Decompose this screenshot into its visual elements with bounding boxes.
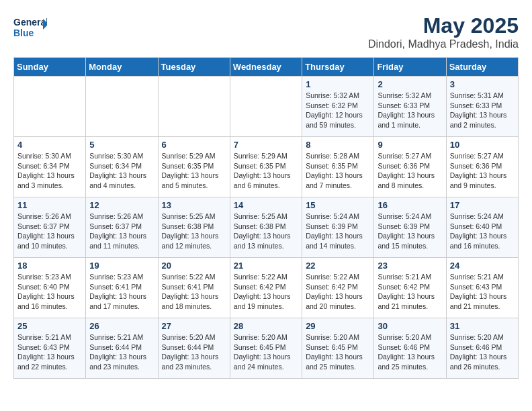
day-number: 13 bbox=[162, 200, 226, 210]
weekday-header-wednesday: Wednesday bbox=[230, 58, 302, 77]
calendar-cell: 17Sunrise: 5:24 AM Sunset: 6:40 PM Dayli… bbox=[446, 197, 518, 258]
day-number: 25 bbox=[17, 321, 82, 331]
calendar-cell bbox=[86, 77, 158, 137]
day-info: Sunrise: 5:26 AM Sunset: 6:37 PM Dayligh… bbox=[89, 212, 154, 251]
day-info: Sunrise: 5:30 AM Sunset: 6:34 PM Dayligh… bbox=[17, 151, 82, 191]
week-row-2: 4Sunrise: 5:30 AM Sunset: 6:34 PM Daylig… bbox=[14, 137, 519, 197]
title-block: May 2025 Dindori, Madhya Pradesh, India bbox=[368, 13, 519, 50]
calendar-cell bbox=[230, 77, 302, 137]
calendar-cell: 29Sunrise: 5:20 AM Sunset: 6:45 PM Dayli… bbox=[302, 318, 374, 379]
day-number: 2 bbox=[378, 79, 442, 89]
calendar-cell: 3Sunrise: 5:31 AM Sunset: 6:33 PM Daylig… bbox=[446, 77, 518, 137]
svg-text:Blue: Blue bbox=[13, 28, 34, 38]
calendar-cell: 24Sunrise: 5:21 AM Sunset: 6:43 PM Dayli… bbox=[446, 258, 518, 318]
day-info: Sunrise: 5:29 AM Sunset: 6:35 PM Dayligh… bbox=[234, 151, 298, 191]
weekday-header-saturday: Saturday bbox=[446, 58, 518, 77]
day-info: Sunrise: 5:20 AM Sunset: 6:46 PM Dayligh… bbox=[378, 332, 442, 372]
day-number: 7 bbox=[234, 140, 298, 150]
day-info: Sunrise: 5:29 AM Sunset: 6:35 PM Dayligh… bbox=[162, 151, 226, 191]
day-info: Sunrise: 5:27 AM Sunset: 6:36 PM Dayligh… bbox=[378, 151, 442, 191]
day-number: 27 bbox=[162, 321, 226, 331]
calendar-cell: 21Sunrise: 5:22 AM Sunset: 6:42 PM Dayli… bbox=[230, 258, 302, 318]
day-info: Sunrise: 5:24 AM Sunset: 6:39 PM Dayligh… bbox=[306, 212, 370, 251]
day-info: Sunrise: 5:30 AM Sunset: 6:34 PM Dayligh… bbox=[89, 151, 154, 191]
calendar-cell: 23Sunrise: 5:21 AM Sunset: 6:42 PM Dayli… bbox=[374, 258, 446, 318]
calendar-cell: 6Sunrise: 5:29 AM Sunset: 6:35 PM Daylig… bbox=[158, 137, 230, 197]
calendar-cell: 20Sunrise: 5:22 AM Sunset: 6:41 PM Dayli… bbox=[158, 258, 230, 318]
weekday-header-friday: Friday bbox=[374, 58, 446, 77]
day-number: 18 bbox=[17, 261, 82, 271]
svg-text:General: General bbox=[13, 17, 47, 28]
day-number: 11 bbox=[17, 200, 82, 210]
calendar-cell: 7Sunrise: 5:29 AM Sunset: 6:35 PM Daylig… bbox=[230, 137, 302, 197]
calendar-cell: 5Sunrise: 5:30 AM Sunset: 6:34 PM Daylig… bbox=[86, 137, 158, 197]
calendar-cell: 12Sunrise: 5:26 AM Sunset: 6:37 PM Dayli… bbox=[86, 197, 158, 258]
day-info: Sunrise: 5:26 AM Sunset: 6:37 PM Dayligh… bbox=[17, 212, 82, 251]
day-number: 26 bbox=[89, 321, 154, 331]
week-row-1: 1Sunrise: 5:32 AM Sunset: 6:32 PM Daylig… bbox=[14, 77, 519, 137]
weekday-header-sunday: Sunday bbox=[14, 58, 86, 77]
weekday-header-tuesday: Tuesday bbox=[158, 58, 230, 77]
day-number: 14 bbox=[234, 200, 298, 210]
day-info: Sunrise: 5:31 AM Sunset: 6:33 PM Dayligh… bbox=[450, 91, 515, 130]
day-info: Sunrise: 5:21 AM Sunset: 6:44 PM Dayligh… bbox=[89, 332, 154, 372]
day-info: Sunrise: 5:22 AM Sunset: 6:41 PM Dayligh… bbox=[162, 272, 226, 312]
day-number: 1 bbox=[306, 79, 370, 89]
day-info: Sunrise: 5:20 AM Sunset: 6:45 PM Dayligh… bbox=[234, 332, 298, 372]
weekday-header-monday: Monday bbox=[86, 58, 158, 77]
day-number: 10 bbox=[450, 140, 515, 150]
day-number: 3 bbox=[450, 79, 515, 89]
day-number: 22 bbox=[306, 261, 370, 271]
day-number: 29 bbox=[306, 321, 370, 331]
day-number: 4 bbox=[17, 140, 82, 150]
calendar-cell: 22Sunrise: 5:22 AM Sunset: 6:42 PM Dayli… bbox=[302, 258, 374, 318]
calendar-cell: 27Sunrise: 5:20 AM Sunset: 6:44 PM Dayli… bbox=[158, 318, 230, 379]
week-row-3: 11Sunrise: 5:26 AM Sunset: 6:37 PM Dayli… bbox=[14, 197, 519, 258]
day-info: Sunrise: 5:21 AM Sunset: 6:43 PM Dayligh… bbox=[450, 272, 515, 312]
day-info: Sunrise: 5:24 AM Sunset: 6:39 PM Dayligh… bbox=[378, 212, 442, 251]
day-number: 15 bbox=[306, 200, 370, 210]
calendar-cell: 15Sunrise: 5:24 AM Sunset: 6:39 PM Dayli… bbox=[302, 197, 374, 258]
day-info: Sunrise: 5:22 AM Sunset: 6:42 PM Dayligh… bbox=[306, 272, 370, 312]
weekday-header-thursday: Thursday bbox=[302, 58, 374, 77]
day-info: Sunrise: 5:20 AM Sunset: 6:44 PM Dayligh… bbox=[162, 332, 226, 372]
day-number: 24 bbox=[450, 261, 515, 271]
day-info: Sunrise: 5:21 AM Sunset: 6:43 PM Dayligh… bbox=[17, 332, 82, 372]
calendar-cell: 2Sunrise: 5:32 AM Sunset: 6:33 PM Daylig… bbox=[374, 77, 446, 137]
day-number: 5 bbox=[89, 140, 154, 150]
day-info: Sunrise: 5:25 AM Sunset: 6:38 PM Dayligh… bbox=[162, 212, 226, 251]
day-info: Sunrise: 5:23 AM Sunset: 6:40 PM Dayligh… bbox=[17, 272, 82, 312]
calendar-cell: 1Sunrise: 5:32 AM Sunset: 6:32 PM Daylig… bbox=[302, 77, 374, 137]
day-number: 8 bbox=[306, 140, 370, 150]
day-info: Sunrise: 5:32 AM Sunset: 6:33 PM Dayligh… bbox=[378, 91, 442, 130]
page-header: General Blue May 2025 Dindori, Madhya Pr… bbox=[13, 13, 519, 50]
calendar-cell bbox=[14, 77, 86, 137]
calendar-cell: 11Sunrise: 5:26 AM Sunset: 6:37 PM Dayli… bbox=[14, 197, 86, 258]
week-row-5: 25Sunrise: 5:21 AM Sunset: 6:43 PM Dayli… bbox=[14, 318, 519, 379]
day-info: Sunrise: 5:20 AM Sunset: 6:45 PM Dayligh… bbox=[306, 332, 370, 372]
day-info: Sunrise: 5:32 AM Sunset: 6:32 PM Dayligh… bbox=[306, 91, 370, 130]
calendar-cell: 13Sunrise: 5:25 AM Sunset: 6:38 PM Dayli… bbox=[158, 197, 230, 258]
day-number: 23 bbox=[378, 261, 442, 271]
day-number: 9 bbox=[378, 140, 442, 150]
day-info: Sunrise: 5:20 AM Sunset: 6:46 PM Dayligh… bbox=[450, 332, 515, 372]
month-title: May 2025 bbox=[368, 13, 519, 38]
logo-svg: General Blue bbox=[13, 13, 47, 43]
day-number: 30 bbox=[378, 321, 442, 331]
calendar-cell: 4Sunrise: 5:30 AM Sunset: 6:34 PM Daylig… bbox=[14, 137, 86, 197]
day-number: 12 bbox=[89, 200, 154, 210]
day-info: Sunrise: 5:27 AM Sunset: 6:36 PM Dayligh… bbox=[450, 151, 515, 191]
calendar-table: SundayMondayTuesdayWednesdayThursdayFrid… bbox=[13, 57, 519, 379]
day-number: 6 bbox=[162, 140, 226, 150]
calendar-cell: 28Sunrise: 5:20 AM Sunset: 6:45 PM Dayli… bbox=[230, 318, 302, 379]
location-title: Dindori, Madhya Pradesh, India bbox=[368, 38, 519, 50]
calendar-cell: 30Sunrise: 5:20 AM Sunset: 6:46 PM Dayli… bbox=[374, 318, 446, 379]
week-row-4: 18Sunrise: 5:23 AM Sunset: 6:40 PM Dayli… bbox=[14, 258, 519, 318]
day-info: Sunrise: 5:21 AM Sunset: 6:42 PM Dayligh… bbox=[378, 272, 442, 312]
calendar-cell: 8Sunrise: 5:28 AM Sunset: 6:35 PM Daylig… bbox=[302, 137, 374, 197]
calendar-cell: 14Sunrise: 5:25 AM Sunset: 6:38 PM Dayli… bbox=[230, 197, 302, 258]
day-info: Sunrise: 5:24 AM Sunset: 6:40 PM Dayligh… bbox=[450, 212, 515, 251]
day-info: Sunrise: 5:28 AM Sunset: 6:35 PM Dayligh… bbox=[306, 151, 370, 191]
calendar-cell: 26Sunrise: 5:21 AM Sunset: 6:44 PM Dayli… bbox=[86, 318, 158, 379]
calendar-cell: 19Sunrise: 5:23 AM Sunset: 6:41 PM Dayli… bbox=[86, 258, 158, 318]
